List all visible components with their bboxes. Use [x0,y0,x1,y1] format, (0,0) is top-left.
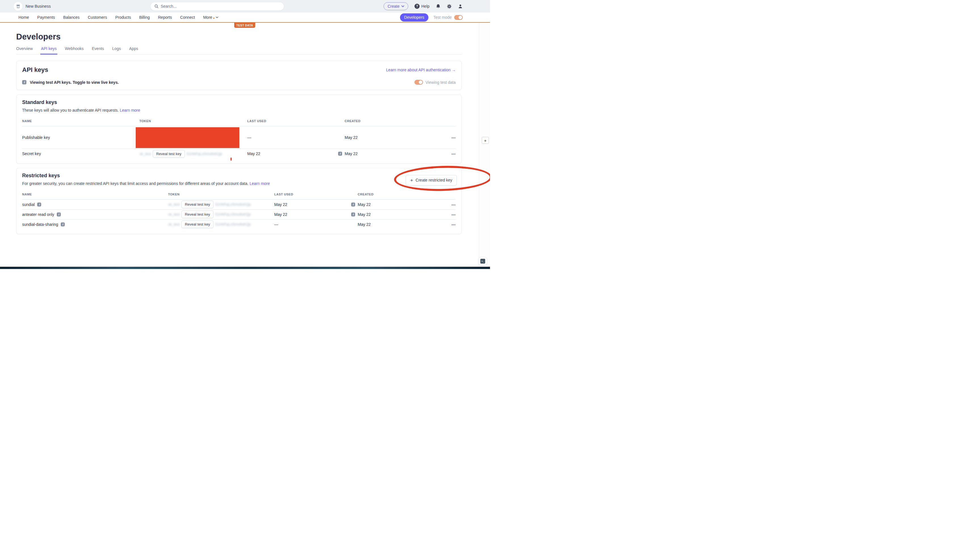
info-icon: i [37,203,41,206]
plus-icon: + [410,178,413,183]
help-label: Help [421,4,430,8]
last-used-value: May 22 [274,212,287,217]
nav-item-billing[interactable]: Billing [139,15,150,19]
column-header-last-used: LAST USED [274,190,358,200]
search-placeholder: Search... [161,4,177,8]
masked-token: 51HhFqLzSmv8xKQp [215,212,251,216]
toggle-knob [458,16,462,19]
last-used-value: May 22 [274,202,287,207]
masked-token: sk_test [168,202,180,206]
row-menu-button[interactable]: ••• [452,223,456,227]
nav-item-balances[interactable]: Balances [63,15,80,19]
test-mode-toggle[interactable] [454,15,463,20]
column-header-created: CREATED [358,190,436,200]
table-row-sundial-data-sharing: sundial-data-sharing i sk_test Reveal te… [22,219,456,229]
nav-item-products[interactable]: Products [115,15,131,19]
key-name: Publishable key [22,135,50,140]
row-menu-button[interactable]: ••• [452,152,456,156]
created-value: May 22 [345,135,358,140]
notifications-button[interactable] [436,4,441,9]
last-used-value: — [247,135,251,140]
notification-dot [213,18,214,19]
tab-logs[interactable]: Logs [112,46,121,54]
desktop-background-strip [0,267,490,269]
row-menu-button[interactable]: ••• [452,203,456,206]
reveal-test-key-button[interactable]: Reveal test key [181,220,213,228]
row-menu-button[interactable]: ••• [452,213,456,216]
section-title: API keys [22,66,48,73]
viewing-test-data-label: Viewing test data [426,80,456,85]
info-icon: i [61,222,65,227]
reveal-test-key-button[interactable]: Reveal test key [181,201,213,208]
create-restricted-key-label: Create restricted key [415,178,452,182]
row-menu-button[interactable]: ••• [452,136,456,139]
create-button[interactable]: Create [383,2,408,10]
key-name: Secret key [22,152,41,156]
table-row-sundial: sundial i sk_test Reveal test key 51HhFq… [22,200,456,209]
user-icon [458,4,463,9]
tab-webhooks[interactable]: Webhooks [65,46,84,54]
profile-button[interactable] [458,4,463,9]
api-auth-learn-more-link[interactable]: Learn more about API authentication → [386,68,456,72]
search-input[interactable]: Search... [151,2,284,11]
created-value: May 22 [345,152,358,156]
storefront-icon [16,4,21,8]
key-name: anteater read only [22,212,54,217]
column-header-name: NAME [22,117,139,126]
column-header-created: CREATED [345,117,433,126]
developers-nav-button[interactable]: Developers [400,13,429,22]
scrollbar-gutter[interactable] [479,23,490,267]
tab-events[interactable]: Events [92,46,104,54]
redaction-mark [231,158,232,161]
restricted-keys-card: + Create restricted key Restricted keys … [16,168,461,234]
question-icon: ? [415,4,420,9]
info-icon: i [338,152,342,156]
page-title: Developers [16,32,461,42]
restricted-keys-learn-more-link[interactable]: Learn more [250,181,270,186]
nav-item-more[interactable]: More [203,15,218,19]
search-icon [154,4,158,8]
create-button-label: Create [388,4,399,8]
table-row-publishable-key: Publishable key — May 22 ••• [22,126,456,149]
test-keys-notice: Viewing test API keys. Toggle to view li… [30,80,119,85]
nav-item-customers[interactable]: Customers [88,15,107,19]
info-icon: i [57,212,61,216]
column-header-last-used: LAST USED [247,117,345,126]
api-keys-header-card: API keys Learn more about API authentica… [16,61,461,90]
key-name: sundial-data-sharing [22,222,58,227]
restricted-keys-title: Restricted keys [22,173,456,179]
last-used-value: May 22 [247,152,260,156]
settings-button[interactable] [447,4,452,9]
info-icon: i [351,203,355,206]
restricted-keys-description: For greater security, you can create res… [22,181,248,186]
masked-token: 51HhFqLzSmv8xKQp [186,152,222,156]
test-data-badge: TEST DATA [234,23,255,28]
viewing-test-data-toggle[interactable] [415,80,423,85]
account-switcher[interactable]: New Business [14,2,51,11]
chevron-down-icon [401,5,404,7]
tab-overview[interactable]: Overview [16,46,33,54]
masked-token: sk_test [168,212,180,216]
bell-icon [436,4,441,9]
column-header-name: NAME [22,190,168,200]
terminal-icon: >_ [480,259,485,263]
toggle-knob [419,80,422,84]
nav-item-home[interactable]: Home [19,15,29,19]
reveal-test-key-button[interactable]: Reveal test key [181,211,213,218]
nav-item-connect[interactable]: Connect [180,15,195,19]
tab-api-keys[interactable]: API keys [41,46,57,54]
nav-item-payments[interactable]: Payments [37,15,55,19]
expand-plus-icon[interactable]: + [482,137,489,144]
top-bar: New Business Search... Create ? Help [0,0,490,13]
help-button[interactable]: ? Help [415,4,430,9]
standard-keys-learn-more-link[interactable]: Learn more [120,108,140,112]
cli-shell-button[interactable]: >_ [478,257,487,265]
last-used-value: — [274,222,278,227]
standard-keys-card: Standard keys These keys will allow you … [16,94,461,164]
tab-apps[interactable]: Apps [129,46,138,54]
business-name: New Business [25,4,51,8]
create-restricted-key-button[interactable]: + Create restricted key [406,175,457,185]
nav-item-reports[interactable]: Reports [158,15,172,19]
reveal-test-key-button[interactable]: Reveal test key [153,150,185,158]
standard-keys-description: These keys will allow you to authenticat… [22,108,119,112]
